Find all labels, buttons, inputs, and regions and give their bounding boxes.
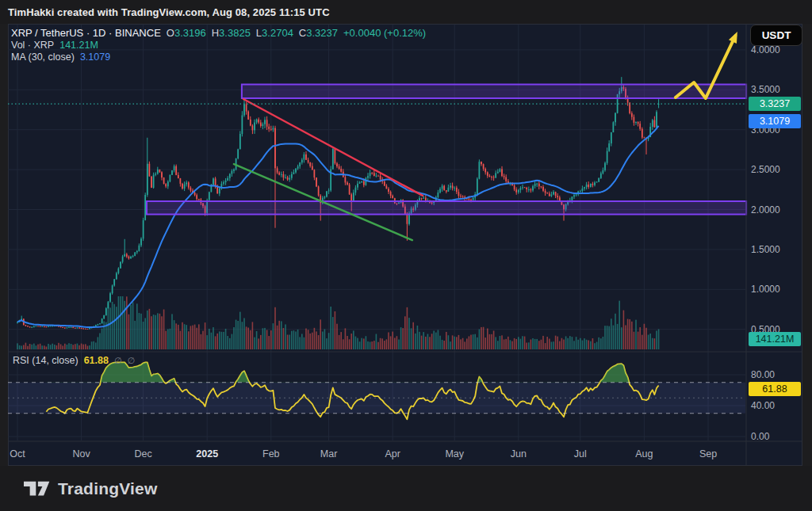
ma-value: 3.1079	[80, 51, 110, 64]
chart-canvas[interactable]	[0, 0, 812, 511]
ma-row: MA (30, close) 3.1079	[11, 51, 426, 64]
high-label: H	[212, 27, 219, 39]
symbol-row: XRP / TetherUS · 1D · BINANCE O3.3196 H3…	[11, 27, 426, 40]
volume-row: Vol · XRP 141.21M	[11, 40, 426, 52]
volume-label: Vol · XRP	[11, 40, 54, 52]
close-label: C	[299, 27, 306, 39]
currency-toggle-button[interactable]: USDT	[750, 25, 802, 46]
rsi-tick-label: 40.00	[751, 400, 775, 411]
time-tick-label: Oct	[10, 448, 25, 460]
rsi-value-badge: 61.88	[749, 382, 801, 396]
time-tick-label: Mar	[320, 448, 338, 460]
rsi-tick-label: 80.00	[751, 369, 775, 380]
price-tick-label: 3.5000	[751, 84, 780, 95]
time-tick-label: May	[445, 448, 464, 460]
rsi-tick-label: 0.00	[751, 431, 769, 442]
open-label: O	[167, 27, 174, 39]
rsi-legend: RSI (14, close) 61.88 ∅ ∅	[13, 355, 135, 366]
low-value: 3.2704	[262, 27, 293, 39]
change-value: +0.0040 (+0.12%)	[343, 27, 426, 40]
bottom-bar: TradingView	[0, 466, 812, 511]
time-tick-label: Sep	[699, 448, 717, 460]
tradingview-wordmark[interactable]: TradingView	[58, 479, 158, 498]
price-tick-label: 2.5000	[751, 164, 780, 175]
time-tick-label: Dec	[134, 448, 151, 460]
time-tick-label: 2025	[196, 448, 218, 460]
last-price-badge: 3.3237	[749, 97, 801, 111]
time-tick-label: Apr	[385, 448, 400, 460]
tradingview-logo-icon[interactable]	[24, 479, 51, 498]
chart-legend: XRP / TetherUS · 1D · BINANCE O3.3196 H3…	[11, 27, 426, 64]
rsi-value: 61.88	[84, 355, 109, 366]
ma-label: MA (30, close)	[11, 51, 75, 64]
price-tick-label: 1.0000	[751, 284, 780, 295]
volume-badge: 141.21M	[749, 332, 801, 346]
open-value: 3.3196	[174, 27, 206, 39]
price-tick-label: 1.5000	[751, 244, 780, 255]
symbol-title: XRP / TetherUS · 1D · BINANCE	[11, 27, 161, 40]
rsi-label: RSI (14, close)	[13, 355, 79, 366]
close-value: 3.3237	[306, 27, 338, 39]
tradingview-screenshot: TimHakki created with TradingView.com, A…	[0, 0, 812, 511]
time-tick-label: Nov	[72, 448, 90, 460]
hidden-series-icon[interactable]: ∅	[114, 356, 122, 366]
time-tick-label: Jul	[574, 448, 587, 460]
ma-price-badge: 3.1079	[749, 114, 801, 128]
price-tick-label: 2.0000	[751, 204, 780, 215]
time-tick-label: Feb	[262, 448, 280, 460]
volume-value: 141.21M	[59, 40, 98, 52]
time-tick-label: Aug	[635, 448, 653, 460]
high-value: 3.3825	[219, 27, 251, 39]
low-label: L	[256, 27, 262, 39]
time-tick-label: Jun	[511, 448, 527, 460]
hidden-series-icon[interactable]: ∅	[128, 356, 136, 366]
